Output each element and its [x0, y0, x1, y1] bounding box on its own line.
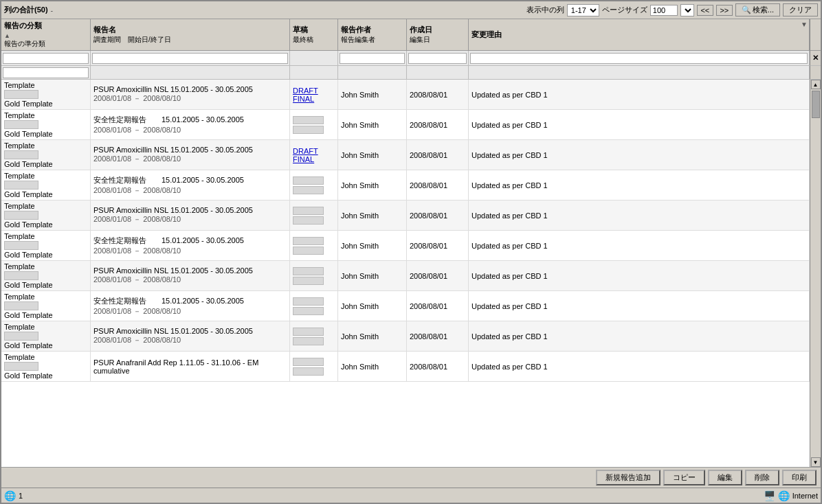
filter-author-input-1[interactable]	[340, 53, 405, 64]
filter-row-1: ✕	[1, 51, 821, 66]
status-right: 🖥️ 🌐 Internet	[764, 490, 818, 501]
final-link[interactable]: FINAL	[293, 95, 335, 103]
top-bar: 列の合計(50) - 表示中の列 1-17 ページサイズ 100 ▼ << >>…	[1, 1, 821, 19]
table-row[interactable]: Template Gold Template PSUR Amoxicillin …	[1, 321, 810, 352]
name-line2: 2008/01/08 － 2008/08/10	[93, 125, 287, 135]
page-size-select[interactable]: ▼	[680, 4, 694, 16]
header-date-line2: 編集日	[410, 35, 465, 45]
scroll-down-button[interactable]: ▼	[811, 457, 821, 467]
table-row[interactable]: Template Gold Template 安全性定期報告 15.01.200…	[1, 170, 810, 201]
scrollbar-track[interactable]	[810, 89, 821, 457]
total-label: 列の合計(50)	[4, 5, 48, 15]
cell-author: John Smith	[338, 291, 407, 321]
draft-thumb	[293, 358, 324, 366]
internet-label: Internet	[792, 492, 818, 500]
filter-name-input-1[interactable]	[92, 53, 288, 64]
name-line2: 2008/01/08 － 2008/08/10	[93, 185, 287, 196]
filter-x-btn[interactable]: ✕	[810, 51, 821, 66]
author-name: John Smith	[341, 332, 403, 341]
scroll-up-button[interactable]: ▲	[811, 80, 821, 89]
scrollbar[interactable]: ▲ ▼	[810, 80, 821, 467]
scrollbar-filter-spacer	[810, 66, 821, 80]
next-button[interactable]: >>	[716, 5, 733, 16]
cell-date: 2008/08/01	[407, 170, 469, 200]
edit-button[interactable]: 編集	[708, 470, 742, 485]
cell-type: Template Gold Template	[1, 170, 91, 200]
reason-text: Updated as per CBD 1	[471, 181, 806, 190]
cell-author: John Smith	[338, 170, 407, 200]
draft-link[interactable]: DRAFT	[293, 147, 335, 155]
table-row[interactable]: Template Gold Template 安全性定期報告 15.01.200…	[1, 291, 810, 321]
rows-container[interactable]: Template Gold Template PSUR Amoxicillin …	[1, 80, 810, 467]
final-thumb	[293, 186, 324, 194]
cell-draft	[290, 352, 338, 381]
thumb-box	[4, 150, 38, 159]
table-row[interactable]: Template Gold Template PSUR Anafranil Ad…	[1, 352, 810, 382]
created-date: 2008/08/01	[410, 302, 465, 310]
author-name: John Smith	[341, 121, 403, 129]
type-line2: Gold Template	[4, 311, 87, 319]
final-link[interactable]: FINAL	[293, 155, 335, 163]
table-row[interactable]: Template Gold Template PSUR Amoxicillin …	[1, 80, 810, 110]
clear-button[interactable]: クリア	[783, 3, 818, 16]
created-date: 2008/08/01	[410, 242, 465, 250]
cell-name: PSUR Amoxicillin NSL 15.01.2005 - 30.05.…	[91, 140, 290, 170]
header-type-line1: 報告の分類	[4, 21, 87, 31]
page-size-label: ページサイズ	[602, 5, 647, 15]
table-row[interactable]: Template Gold Template PSUR Amoxicillin …	[1, 261, 810, 291]
header-reason[interactable]: 変更理由 ▼	[469, 19, 810, 50]
created-date: 2008/08/01	[410, 151, 465, 159]
prev-button[interactable]: <<	[697, 5, 713, 16]
cell-name: 安全性定期報告 15.01.2005 - 30.05.2005 2008/01/…	[91, 291, 290, 321]
author-name: John Smith	[341, 242, 403, 250]
header-author[interactable]: 報告作者 報告編集者	[338, 19, 407, 50]
cell-type: Template Gold Template	[1, 321, 91, 351]
reason-text: Updated as per CBD 1	[471, 363, 806, 371]
magnifier-icon: 🔍	[742, 5, 751, 14]
table-row[interactable]: Template Gold Template 安全性定期報告 15.01.200…	[1, 231, 810, 261]
add-report-button[interactable]: 新規報告追加	[596, 470, 660, 485]
filter-author-2	[338, 66, 407, 79]
page-size-input[interactable]: 100	[650, 5, 678, 16]
header-draft-line2: 最終稿	[293, 35, 335, 45]
cell-name: 安全性定期報告 15.01.2005 - 30.05.2005 2008/01/…	[91, 231, 290, 260]
final-thumb	[293, 337, 324, 345]
delete-button[interactable]: 削除	[745, 470, 779, 485]
copy-button[interactable]: コピー	[663, 470, 705, 485]
search-button[interactable]: 🔍 検索...	[735, 3, 780, 16]
col-range-select[interactable]: 1-17	[567, 4, 599, 16]
created-date: 2008/08/01	[410, 121, 465, 129]
type-line2: Gold Template	[4, 251, 87, 259]
table-row[interactable]: Template Gold Template 安全性定期報告 15.01.200…	[1, 110, 810, 140]
cell-draft	[290, 291, 338, 321]
table-row[interactable]: Template Gold Template PSUR Amoxicillin …	[1, 201, 810, 231]
filter-type-2	[1, 66, 91, 79]
filter-reason-input-1[interactable]	[470, 53, 808, 64]
header-reason-line1: 変更理由	[471, 30, 806, 40]
name-line1: 安全性定期報告 15.01.2005 - 30.05.2005	[93, 115, 287, 125]
type-line2: Gold Template	[4, 281, 87, 289]
cell-date: 2008/08/01	[407, 201, 469, 230]
name-line1: PSUR Amoxicillin NSL 15.01.2005 - 30.05.…	[93, 266, 287, 275]
filter-type-input-2[interactable]	[3, 67, 89, 78]
header-draft[interactable]: 草稿 最終稿	[290, 19, 338, 50]
reason-text: Updated as per CBD 1	[471, 242, 806, 250]
draft-link[interactable]: DRAFT	[293, 87, 335, 95]
print-button[interactable]: 印刷	[782, 470, 817, 485]
filter-type-input-1[interactable]	[3, 53, 89, 64]
scrollbar-thumb[interactable]	[812, 91, 820, 118]
header-name[interactable]: 報告名 調査期間 開始日/終了日	[91, 19, 290, 50]
cell-type: Template Gold Template	[1, 110, 91, 139]
draft-thumb	[293, 207, 324, 215]
reason-text: Updated as per CBD 1	[471, 91, 806, 99]
table-row[interactable]: Template Gold Template PSUR Amoxicillin …	[1, 140, 810, 170]
filter-date-1	[407, 51, 469, 65]
type-line1: Template	[4, 141, 87, 150]
type-line1: Template	[4, 293, 87, 301]
header-date[interactable]: 作成日 編集日	[407, 19, 469, 50]
filter-icon: ▼	[801, 21, 808, 28]
header-type[interactable]: 報告の分類 ▲ 報告の準分類	[1, 19, 91, 50]
filter-date-input-1[interactable]	[408, 53, 467, 64]
thumb-box	[4, 271, 38, 280]
author-name: John Smith	[341, 211, 403, 220]
